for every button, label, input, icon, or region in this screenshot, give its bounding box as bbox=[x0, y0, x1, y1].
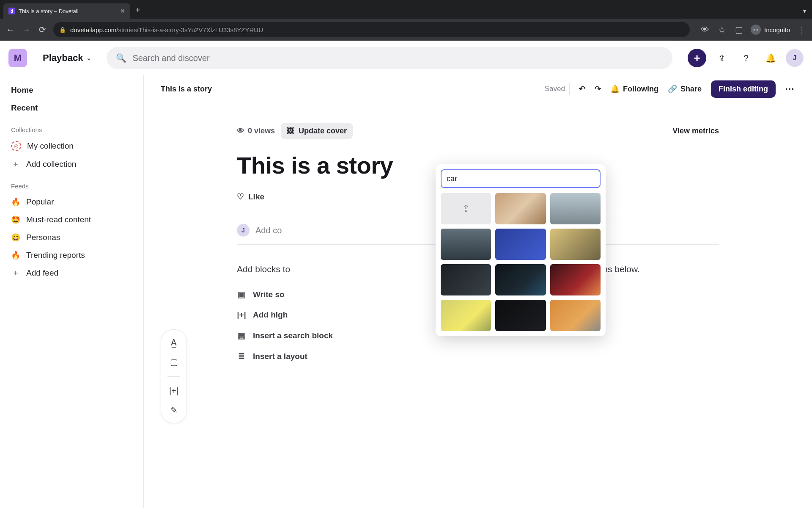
update-cover-label: Update cover bbox=[299, 127, 347, 135]
sidebar-add-feed[interactable]: + Add feed bbox=[6, 264, 137, 282]
workspace-name: Playback bbox=[43, 52, 83, 64]
following-label: Following bbox=[623, 85, 658, 94]
redo-button[interactable]: ↷ bbox=[595, 84, 601, 94]
cover-thumb[interactable] bbox=[550, 264, 601, 295]
lock-icon: 🔒 bbox=[59, 27, 66, 33]
text-block-icon: ▣ bbox=[237, 290, 246, 299]
close-icon[interactable]: ✕ bbox=[120, 8, 125, 14]
divider bbox=[35, 50, 35, 66]
nav-back-button[interactable]: ← bbox=[5, 25, 15, 35]
sidebar-item-collection[interactable]: ◎ My collection bbox=[6, 137, 137, 155]
cover-thumb[interactable] bbox=[495, 193, 546, 224]
finish-editing-button[interactable]: Finish editing bbox=[711, 80, 776, 98]
emoji-icon: 🔥 bbox=[11, 251, 20, 260]
chevron-down-icon: ⌄ bbox=[86, 55, 91, 61]
bookmark-icon[interactable]: ☆ bbox=[717, 25, 727, 35]
cover-thumb-grid: ⇪ bbox=[441, 193, 601, 331]
sidebar-section-feeds: Feeds bbox=[6, 173, 137, 193]
help-button[interactable]: ? bbox=[737, 49, 755, 67]
emoji-icon: 🔥 bbox=[11, 197, 20, 207]
sidebar-item-label: Add feed bbox=[26, 268, 58, 278]
more-button[interactable]: ⋯ bbox=[785, 83, 795, 94]
user-avatar[interactable]: J bbox=[786, 49, 804, 67]
emoji-icon: 🤩 bbox=[11, 215, 20, 224]
cover-thumb[interactable] bbox=[441, 229, 491, 260]
sidebar-add-collection[interactable]: + Add collection bbox=[6, 155, 137, 173]
browser-tab-strip: d This is a story – Dovetail ✕ + ▾ bbox=[0, 0, 812, 19]
update-cover-button[interactable]: 🖼 Update cover bbox=[281, 123, 353, 139]
sidebar-item-label: Must-read content bbox=[26, 215, 91, 224]
panel-icon[interactable]: ▢ bbox=[734, 25, 744, 35]
url-host: dovetailapp.com bbox=[70, 26, 116, 33]
main-content: This is a story Saved ↶ ↷ 🔔 Following 🔗 … bbox=[144, 75, 812, 508]
sidebar-item-home[interactable]: Home bbox=[6, 81, 137, 99]
sidebar-item-feed-mustread[interactable]: 🤩 Must-read content bbox=[6, 211, 137, 229]
undo-button[interactable]: ↶ bbox=[579, 84, 585, 94]
cover-search-input[interactable] bbox=[441, 169, 601, 188]
nav-forward-button[interactable]: → bbox=[21, 25, 31, 35]
views-count[interactable]: 👁 0 views bbox=[237, 127, 275, 135]
browser-toolbar: ← → ⟳ 🔒 dovetailapp.com/stories/This-is-… bbox=[0, 19, 812, 41]
view-metrics-button[interactable]: View metrics bbox=[672, 127, 719, 135]
incognito-label: Incognito bbox=[764, 26, 790, 33]
cover-thumb[interactable] bbox=[495, 264, 546, 295]
heart-icon: ♡ bbox=[237, 192, 244, 202]
highlight-icon: |+| bbox=[237, 310, 246, 320]
cover-thumb[interactable] bbox=[441, 264, 491, 295]
rail-link-button[interactable]: ✎ bbox=[170, 405, 178, 415]
sidebar-item-feed-popular[interactable]: 🔥 Popular bbox=[6, 193, 137, 211]
option-layout[interactable]: ≣ Insert a layout bbox=[237, 351, 719, 361]
tab-title: This is a story – Dovetail bbox=[19, 8, 117, 14]
global-search[interactable]: 🔍 Search and discover bbox=[107, 47, 672, 69]
workspace-switcher[interactable]: Playback ⌄ bbox=[43, 52, 91, 64]
collection-icon: ◎ bbox=[11, 141, 21, 151]
cover-thumb[interactable] bbox=[550, 300, 601, 331]
search-icon: 🔍 bbox=[116, 53, 126, 63]
browser-tab[interactable]: d This is a story – Dovetail ✕ bbox=[3, 3, 130, 19]
cover-thumb[interactable] bbox=[550, 229, 601, 260]
saved-status: Saved bbox=[545, 83, 570, 95]
sidebar-item-feed-personas[interactable]: 😄 Personas bbox=[6, 229, 137, 246]
breadcrumb-title[interactable]: This is a story bbox=[161, 85, 212, 94]
cover-thumb[interactable] bbox=[550, 193, 601, 224]
upload-cover-button[interactable]: ⇪ bbox=[441, 193, 491, 224]
sidebar-item-recent[interactable]: Recent bbox=[6, 99, 137, 117]
cover-picker-popover: ⇪ bbox=[436, 164, 606, 336]
tracking-off-icon[interactable]: 👁 bbox=[700, 25, 710, 35]
rail-highlight-button[interactable]: |+| bbox=[169, 386, 178, 396]
comment-placeholder: Add co bbox=[255, 226, 282, 235]
rail-note-button[interactable]: ▢ bbox=[170, 357, 178, 367]
like-label: Like bbox=[248, 192, 264, 202]
divider bbox=[167, 376, 180, 377]
sidebar-item-label: Recent bbox=[11, 103, 38, 113]
following-button[interactable]: 🔔 Following bbox=[610, 84, 658, 94]
cover-thumb[interactable] bbox=[441, 300, 491, 331]
reload-button[interactable]: ⟳ bbox=[37, 25, 47, 35]
sidebar-item-label: My collection bbox=[27, 141, 74, 151]
address-bar[interactable]: 🔒 dovetailapp.com/stories/This-is-a-stor… bbox=[53, 22, 690, 37]
browser-menu-button[interactable]: ⋮ bbox=[797, 25, 807, 35]
eye-icon: 👁 bbox=[237, 127, 244, 135]
sidebar-item-label: Popular bbox=[26, 197, 54, 207]
import-button[interactable]: ⇪ bbox=[712, 49, 731, 67]
share-label: Share bbox=[680, 85, 702, 94]
rail-text-button[interactable]: A̲ bbox=[171, 337, 177, 348]
window-caret-icon[interactable]: ▾ bbox=[803, 8, 806, 14]
create-button[interactable]: + bbox=[688, 49, 706, 67]
incognito-badge[interactable]: 👓 Incognito bbox=[751, 25, 790, 35]
emoji-icon: 😄 bbox=[11, 233, 20, 242]
share-icon: 🔗 bbox=[668, 84, 677, 94]
share-button[interactable]: 🔗 Share bbox=[668, 84, 702, 94]
new-tab-button[interactable]: + bbox=[135, 6, 140, 15]
sidebar-item-feed-trending[interactable]: 🔥 Trending reports bbox=[6, 246, 137, 264]
cover-thumb[interactable] bbox=[495, 229, 546, 260]
sidebar-section-collections: Collections bbox=[6, 117, 137, 137]
workspace-avatar[interactable]: M bbox=[8, 49, 27, 67]
app-header: M Playback ⌄ 🔍 Search and discover + ⇪ ?… bbox=[0, 41, 812, 75]
doc-header: This is a story Saved ↶ ↷ 🔔 Following 🔗 … bbox=[161, 75, 795, 102]
layout-icon: ≣ bbox=[237, 351, 246, 361]
plus-icon: + bbox=[11, 269, 20, 278]
sidebar-item-label: Home bbox=[11, 86, 33, 95]
notifications-button[interactable]: 🔔 bbox=[761, 49, 780, 67]
cover-thumb[interactable] bbox=[495, 300, 546, 331]
